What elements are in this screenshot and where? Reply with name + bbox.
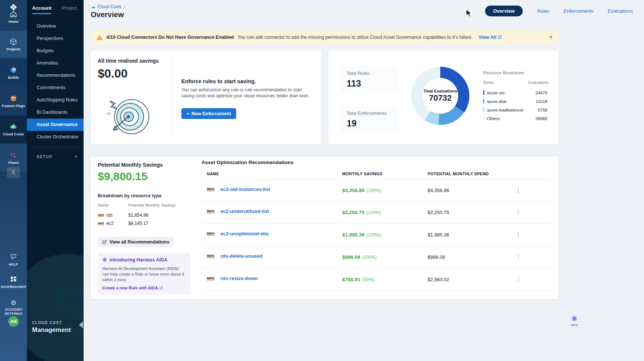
evaluations-donut[interactable]: Total Evaluations 70732 xyxy=(411,67,469,125)
sidebar-item-perspectives[interactable]: Perspectives xyxy=(27,32,84,45)
sidebar-item-commitments[interactable]: Commitments xyxy=(27,82,84,94)
view-all-label: View All xyxy=(479,35,496,40)
sidebar-item-autostopping-rules[interactable]: AutoStopping Rules xyxy=(27,94,84,106)
main-content: ☁ Cloud Costs › Overview Overview Rules … xyxy=(84,0,644,361)
rail-item-projects[interactable]: Projects xyxy=(0,31,27,58)
row-menu-icon[interactable]: ⋮ xyxy=(516,231,521,238)
total-rules-label: Total Rules xyxy=(347,71,393,76)
realised-savings-title: All time realised savings xyxy=(98,58,159,64)
enforce-description: You can enforce/run any rule or rule rec… xyxy=(181,87,310,99)
sidebar-item-cluster-orchestrator[interactable]: Cluster Orchestrator xyxy=(27,131,84,143)
sidebar-item-overview[interactable]: Overview xyxy=(27,20,84,32)
aws-icon: aws xyxy=(207,276,215,280)
view-all-recommendations-button[interactable]: View all Recommendations xyxy=(98,237,174,247)
breadcrumb-cloud-costs[interactable]: Cloud Costs xyxy=(97,4,122,9)
recommendation-link[interactable]: ec2-old-instances-list xyxy=(221,186,270,192)
tab-rules[interactable]: Rules xyxy=(537,8,549,14)
monthly-spend-value: $4,356.86 xyxy=(428,188,449,193)
aws-icon: aws xyxy=(98,221,104,225)
breakdown-name: azure.disk xyxy=(487,99,506,104)
tab-evaluations[interactable]: Evaluations xyxy=(608,8,633,14)
sidebar-item-recommendations[interactable]: Recommendations xyxy=(27,69,84,82)
builds-icon xyxy=(9,66,18,74)
pm-col-savings: Potential Monthly Savings xyxy=(128,203,176,207)
donut-center-value: 70732 xyxy=(429,93,451,103)
pm-savings: $1,654.98 xyxy=(128,213,148,218)
module-picker-icon[interactable]: ⠿ xyxy=(7,167,20,178)
tab-enforcements[interactable]: Enforcements xyxy=(564,8,594,14)
sidebar-scope-tabs: Account Project xyxy=(32,5,77,14)
svg-text:$: $ xyxy=(12,125,14,129)
new-enforcement-button[interactable]: + New Enforcement xyxy=(181,108,236,119)
pm-row-rds: aws rds $1,654.98 xyxy=(98,211,189,219)
banner-message: You can edit connector to add the missin… xyxy=(238,35,473,40)
breakdown-row: azure.loadbalancer 5758 xyxy=(483,106,547,114)
rec-col-savings: MONTHLY SAVINGS xyxy=(342,172,382,176)
table-row: awsec2-old-instances-list $4,356.86(100%… xyxy=(201,179,551,201)
sidebar-item-bi-dashboards[interactable]: BI Dashboards xyxy=(27,106,84,119)
sidebar-collapse-icon[interactable] xyxy=(79,321,83,328)
pm-name: ec2 xyxy=(106,221,113,226)
aws-icon: aws xyxy=(207,253,215,258)
row-menu-icon[interactable]: ⋮ xyxy=(516,187,521,194)
external-link-icon xyxy=(102,240,107,244)
aida-header: ❋ Introducing Harness AIDA xyxy=(102,257,185,263)
rail-item-account-settings[interactable]: ⚙ ACCOUNT SETTINGS xyxy=(0,297,27,318)
breakdown-value: 24473 xyxy=(535,91,547,95)
recommendations-table: awsec2-old-instances-list $4,356.86(100%… xyxy=(201,179,551,291)
pm-col-name: Name xyxy=(98,203,109,207)
aida-fab-label: AIDA xyxy=(571,323,578,327)
close-icon[interactable]: × xyxy=(549,34,553,41)
tab-project[interactable]: Project xyxy=(62,5,77,14)
aws-icon: aws xyxy=(207,208,215,213)
recommendation-link[interactable]: rds-delete-unused xyxy=(221,253,263,259)
total-enforcements-box: Total Enforcements 19 xyxy=(341,106,398,132)
aws-icon: aws xyxy=(207,186,215,191)
breadcrumb: ☁ Cloud Costs › xyxy=(91,4,125,9)
sidebar-setup-toggle[interactable]: SETUP ▾ xyxy=(27,151,84,162)
resource-breakdown-title: Resource Breakdown xyxy=(483,70,524,75)
footer-line2: Management xyxy=(32,326,71,334)
row-menu-icon[interactable]: ⋮ xyxy=(516,276,521,283)
sidebar-item-budgets[interactable]: Budgets xyxy=(27,45,84,57)
projects-icon xyxy=(9,38,18,46)
rail-item-home[interactable]: Home xyxy=(0,5,27,28)
pm-row-ec2: aws ec2 $8,145.17 xyxy=(98,219,189,227)
row-menu-icon[interactable]: ⋮ xyxy=(516,254,521,260)
monthly-savings-value: $2,250.75(100%) xyxy=(342,210,381,215)
breakdown-value: 11518 xyxy=(536,99,547,104)
row-menu-icon[interactable]: ⋮ xyxy=(516,209,521,216)
tab-account[interactable]: Account xyxy=(32,5,51,14)
recommendation-link[interactable]: rds-resize-down xyxy=(221,276,258,281)
recommendations-title: Asset Optimization Recommendations xyxy=(201,160,294,165)
monthly-spend-value: $1,985.36 xyxy=(428,232,449,238)
rail-item-builds[interactable]: Builds xyxy=(0,59,27,87)
breakdown-col-name: Name xyxy=(483,80,494,85)
user-avatar[interactable]: AM xyxy=(8,316,19,327)
rail-item-feature-flags[interactable]: Feature Flags xyxy=(0,87,27,115)
cloud-costs-breadcrumb-icon: ☁ xyxy=(91,4,96,9)
external-link-icon xyxy=(498,35,502,39)
donut-center: Total Evaluations 70732 xyxy=(422,78,458,114)
sidebar-item-asset-governance[interactable]: Asset Governance xyxy=(27,119,84,131)
create-rule-aida-link[interactable]: Create a new Rule with AIDA xyxy=(102,286,185,290)
breadcrumb-separator: › xyxy=(124,4,125,9)
recommendations-card: Potential Monthly Savings $9,800.15 Brea… xyxy=(91,157,559,299)
tab-overview[interactable]: Overview xyxy=(485,6,523,16)
rail-item-dashboards[interactable]: DASHBOARDS xyxy=(0,273,27,291)
monthly-spend-value: $2,563.02 xyxy=(428,277,449,282)
rail-item-help[interactable]: ? HELP xyxy=(0,251,27,269)
aida-description: Harness AI Development Assistant (AIDA) … xyxy=(102,266,185,283)
rail-item-cloud-costs[interactable]: $ Cloud Costs xyxy=(0,116,27,143)
sidebar-menu: Overview Perspectives Budgets Anomalies … xyxy=(27,20,84,162)
sidebar-item-anomalies[interactable]: Anomalies xyxy=(27,57,84,69)
aws-icon: aws xyxy=(98,213,104,217)
pm-savings: $8,145.17 xyxy=(128,221,148,226)
recommendation-link[interactable]: ec2-underutilized-list xyxy=(221,208,269,214)
recommendation-link[interactable]: ec2-unoptimized-ebs xyxy=(221,231,269,236)
aida-fab-button[interactable]: ❋ AIDA xyxy=(571,314,578,327)
view-all-link[interactable]: View All xyxy=(479,35,502,40)
rail-label-builds: Builds xyxy=(8,76,19,80)
legend-swatch xyxy=(483,107,484,112)
table-row: awsec2-underutilized-list $2,250.75(100%… xyxy=(201,201,551,224)
